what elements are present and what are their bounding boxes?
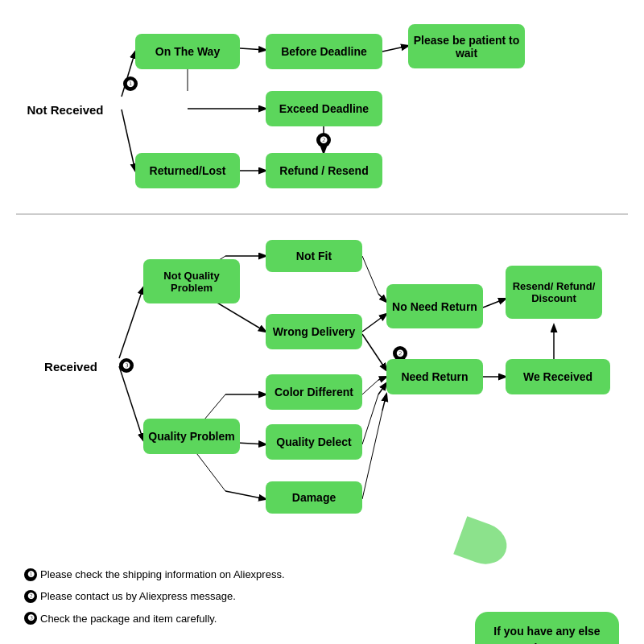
footer-notes: ❶ Please check the shipping information … — [24, 565, 285, 628]
bubble-decoration — [453, 516, 512, 571]
svg-line-28 — [483, 299, 506, 308]
svg-line-21 — [362, 334, 386, 370]
resend-refund-node: Resend/ Refund/ Discount — [506, 266, 602, 319]
refund-resend-node: Refund / Resend — [266, 153, 382, 188]
bubble-text: If you have any elserequirements,you cou… — [488, 625, 606, 644]
svg-line-9 — [119, 366, 143, 440]
not-fit-node: Not Fit — [266, 240, 362, 272]
svg-line-23 — [378, 377, 386, 380]
svg-line-27 — [382, 394, 386, 411]
svg-line-19 — [378, 294, 386, 302]
svg-line-20 — [362, 314, 386, 332]
footer-line1: Please check the shipping information on… — [40, 565, 285, 584]
before-deadline-node: Before Deadline — [266, 34, 382, 69]
svg-line-24 — [362, 394, 378, 444]
quality-defect-node: Quality Delect — [266, 424, 362, 460]
contact-bubble: If you have any elserequirements,you cou… — [475, 612, 619, 644]
circle-3: ❸ — [119, 358, 134, 373]
please-wait-node: Please be patient to wait — [408, 24, 525, 68]
exceed-deadline-node: Exceed Deadline — [266, 91, 382, 126]
returned-lost-node: Returned/Lost — [135, 153, 240, 188]
footer-line3: Check the package and item carefully. — [40, 609, 217, 628]
footer-line2: Please contact us by Aliexpress message. — [40, 587, 236, 605]
footer-circle-2: ❷ — [24, 590, 37, 603]
svg-line-22 — [362, 380, 378, 394]
damage-node: Damage — [266, 481, 362, 514]
we-received-node: We Received — [506, 359, 610, 394]
on-the-way-node: On The Way — [135, 34, 240, 69]
svg-line-8 — [119, 287, 143, 358]
svg-line-17 — [225, 491, 266, 499]
footer-circle-3: ❸ — [24, 612, 37, 625]
svg-line-26 — [362, 411, 382, 499]
quality-problem-node: Quality Problem — [143, 419, 240, 454]
svg-line-25 — [378, 383, 386, 394]
circle-1: ❶ — [123, 76, 138, 91]
divider — [16, 213, 628, 215]
svg-line-2 — [240, 48, 266, 50]
footer-circle-1: ❶ — [24, 568, 37, 581]
svg-line-1 — [122, 109, 135, 171]
not-quality-node: Not Quality Problem — [143, 259, 240, 303]
color-different-node: Color Different — [266, 374, 362, 410]
wrong-delivery-node: Wrong Delivery — [266, 314, 362, 349]
svg-line-18 — [362, 256, 378, 294]
not-received-node: Not Received — [9, 88, 122, 132]
circle-2-top: ❷ — [316, 133, 331, 147]
svg-line-5 — [382, 46, 408, 52]
need-return-node: Need Return — [386, 359, 483, 394]
no-need-return-node: No Need Return — [386, 284, 483, 328]
received-node: Received — [23, 346, 119, 386]
